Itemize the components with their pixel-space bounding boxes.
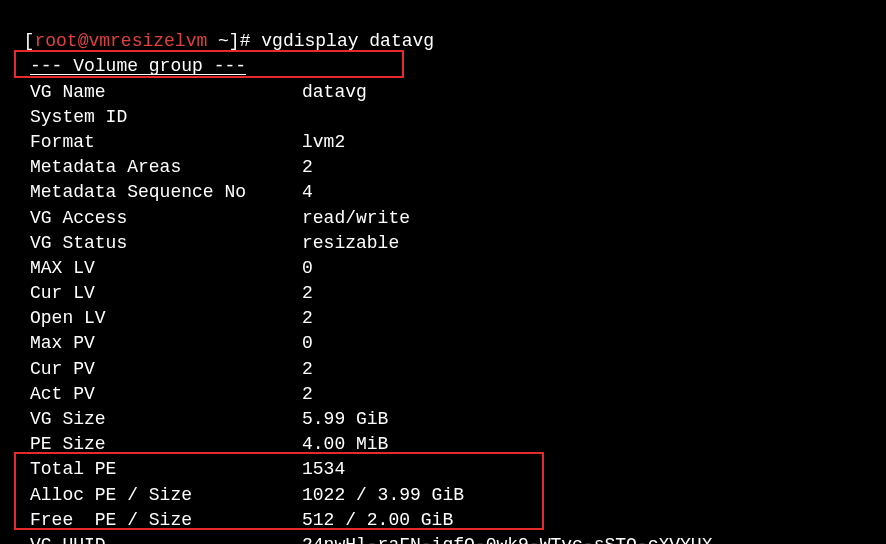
row-label: VG UUID <box>2 533 302 544</box>
row-label: Free PE / Size <box>2 508 302 533</box>
row-value: resizable <box>302 231 399 256</box>
vg-row: Cur PV 2 <box>2 357 884 382</box>
vg-row: Open LV 2 <box>2 306 884 331</box>
prompt-path: ~ <box>207 31 229 51</box>
row-label: Open LV <box>2 306 302 331</box>
row-label: Act PV <box>2 382 302 407</box>
prompt-close-bracket: ] <box>229 31 240 51</box>
row-value: 2 <box>302 357 313 382</box>
row-value: 24nwHl-raFN-igfO-0wk9-WTvc-sSTO-cXVYUX <box>302 533 712 544</box>
row-value: 2 <box>302 382 313 407</box>
row-value: 2 <box>302 155 313 180</box>
vg-row: VG Name datavg <box>2 80 884 105</box>
vg-row: Cur LV 2 <box>2 281 884 306</box>
row-label: VG Access <box>2 206 302 231</box>
row-value: lvm2 <box>302 130 345 155</box>
row-label: VG Name <box>2 80 302 105</box>
row-value: 0 <box>302 331 313 356</box>
row-label: Max PV <box>2 331 302 356</box>
row-value: 0 <box>302 256 313 281</box>
row-label: Metadata Sequence No <box>2 180 302 205</box>
row-value: 4 <box>302 180 313 205</box>
vg-row: VG Status resizable <box>2 231 884 256</box>
row-label: VG Size <box>2 407 302 432</box>
vg-row: VG Access read/write <box>2 206 884 231</box>
vg-row: Act PV 2 <box>2 382 884 407</box>
row-label: Cur PV <box>2 357 302 382</box>
row-label: MAX LV <box>2 256 302 281</box>
vg-row: Format lvm2 <box>2 130 884 155</box>
vg-row: Total PE 1534 <box>2 457 884 482</box>
row-label: Cur LV <box>2 281 302 306</box>
prompt-open-bracket: [ <box>24 31 35 51</box>
row-label: VG Status <box>2 231 302 256</box>
vg-row: PE Size 4.00 MiB <box>2 432 884 457</box>
prompt-command: vgdisplay datavg <box>261 31 434 51</box>
row-value: datavg <box>302 80 367 105</box>
vg-row: MAX LV 0 <box>2 256 884 281</box>
row-label: Format <box>2 130 302 155</box>
vg-row: Free PE / Size 512 / 2.00 GiB <box>2 508 884 533</box>
row-label: PE Size <box>2 432 302 457</box>
row-value: 2 <box>302 306 313 331</box>
row-label: Metadata Areas <box>2 155 302 180</box>
row-value: 2 <box>302 281 313 306</box>
row-label: Total PE <box>2 457 302 482</box>
vg-row: VG UUID 24nwHl-raFN-igfO-0wk9-WTvc-sSTO-… <box>2 533 884 544</box>
row-value: read/write <box>302 206 410 231</box>
row-value: 5.99 GiB <box>302 407 388 432</box>
prompt-line: [root@vmresizelvm ~]# vgdisplay datavg <box>2 4 884 54</box>
vg-row: Metadata Areas 2 <box>2 155 884 180</box>
row-value: 512 / 2.00 GiB <box>302 508 453 533</box>
vg-row: VG Size 5.99 GiB <box>2 407 884 432</box>
section-divider: --- Volume group --- <box>2 54 884 79</box>
row-value: 1022 / 3.99 GiB <box>302 483 464 508</box>
prompt-user-host: root@vmresizelvm <box>34 31 207 51</box>
vg-row: Alloc PE / Size 1022 / 3.99 GiB <box>2 483 884 508</box>
vg-row: Max PV 0 <box>2 331 884 356</box>
vg-row: Metadata Sequence No 4 <box>2 180 884 205</box>
row-value: 4.00 MiB <box>302 432 388 457</box>
prompt-symbol: # <box>240 31 262 51</box>
row-label: Alloc PE / Size <box>2 483 302 508</box>
row-value: 1534 <box>302 457 345 482</box>
row-label: System ID <box>2 105 302 130</box>
vg-row: System ID <box>2 105 884 130</box>
